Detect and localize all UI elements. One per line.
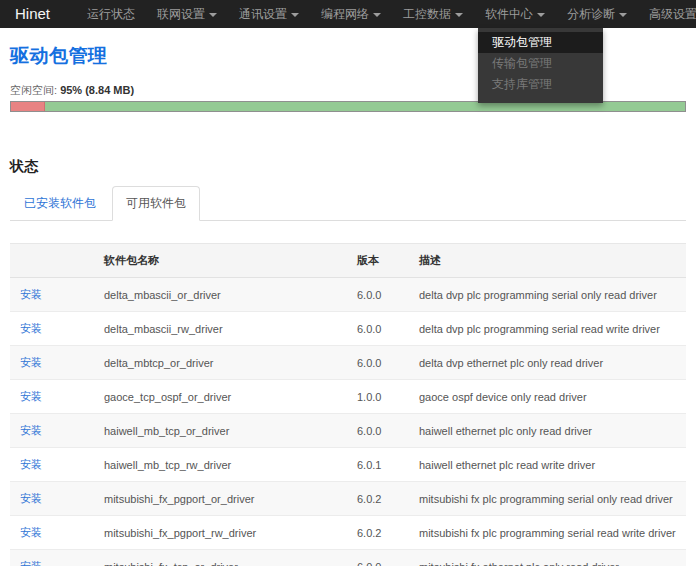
package-description-cell: haiwell ethernet plc only read driver [409,414,686,448]
package-version-cell: 1.0.0 [347,380,409,414]
caret-down-icon [291,13,299,17]
status-heading: 状态 [10,158,686,176]
package-name-cell: delta_mbascii_rw_driver [94,312,347,346]
package-version-cell: 6.0.0 [347,278,409,312]
package-version-cell: 6.0.2 [347,516,409,550]
package-description-cell: delta dvp ethernet plc only read driver [409,346,686,380]
package-name-cell: delta_mbtcp_or_driver [94,346,347,380]
package-description-cell: mitsubishi fx plc programming serial onl… [409,482,686,516]
navbar-menu-item-label: 软件中心 [485,7,533,21]
install-link[interactable]: 安装 [20,492,42,504]
package-name-cell: delta_mbascii_or_driver [94,278,347,312]
package-tab[interactable]: 已安装软件包 [10,186,110,221]
package-row: 安装 delta_mbascii_rw_driver 6.0.0 delta d… [10,312,686,346]
install-cell: 安装 [10,278,94,312]
navbar-menu-item-label: 编程网络 [321,7,369,21]
dropdown-menu-item[interactable]: 支持库管理 [478,74,603,95]
dropdown-menu-item-label: 支持库管理 [492,77,552,91]
package-version-cell: 6.0.0 [347,346,409,380]
package-name-cell: mitsubishi_fx_pgport_or_driver [94,482,347,516]
header-version: 版本 [347,244,409,278]
caret-down-icon [619,13,627,17]
caret-down-icon [373,13,381,17]
navbar-menu-item-label: 工控数据 [403,7,451,21]
navbar-menu-item[interactable]: 高级设置 [638,0,696,28]
navbar-menu-item-label: 联网设置 [157,7,205,21]
install-link[interactable]: 安装 [20,424,42,436]
package-version-cell: 6.0.0 [347,414,409,448]
caret-down-icon [455,13,463,17]
header-action [10,244,94,278]
package-tab-label: 已安装软件包 [24,196,96,210]
dropdown-menu-item-label: 驱动包管理 [492,35,552,49]
install-link[interactable]: 安装 [20,526,42,538]
package-version-cell: 6.0.1 [347,448,409,482]
package-description-cell: delta dvp plc programming serial only re… [409,278,686,312]
navbar-menu-item[interactable]: 运行状态 [76,0,146,28]
package-version-cell: 6.0.0 [347,550,409,566]
header-description: 描述 [409,244,686,278]
package-tab-label: 可用软件包 [126,196,186,210]
install-link[interactable]: 安装 [20,560,42,566]
caret-down-icon [209,13,217,17]
package-row: 安装 mitsubishi_fx_pgport_rw_driver 6.0.2 … [10,516,686,550]
package-version-cell: 6.0.0 [347,312,409,346]
free-space-value: 95% (8.84 MB) [60,84,134,96]
package-row: 安装 haiwell_mb_tcp_rw_driver 6.0.1 haiwel… [10,448,686,482]
package-row: 安装 delta_mbtcp_or_driver 6.0.0 delta dvp… [10,346,686,380]
navbar-menu-item[interactable]: 联网设置 [146,0,228,28]
package-tabs: 已安装软件包 可用软件包 [10,186,686,221]
caret-down-icon [537,13,545,17]
package-name-cell: mitsubishi_fx_tcp_or_driver [94,550,347,566]
install-cell: 安装 [10,516,94,550]
dropdown-menu-item-label: 传输包管理 [492,56,552,70]
package-name-cell: haiwell_mb_tcp_or_driver [94,414,347,448]
navbar-menu-item-label: 通讯设置 [239,7,287,21]
navbar-menu-item[interactable]: 软件中心 [474,0,556,28]
package-description-cell: gaoce ospf device only read driver [409,380,686,414]
install-cell: 安装 [10,414,94,448]
package-row: 安装 mitsubishi_fx_tcp_or_driver 6.0.0 mit… [10,550,686,566]
package-description-cell: mitsubishi fx plc programming serial rea… [409,516,686,550]
install-cell: 安装 [10,346,94,380]
package-tab[interactable]: 可用软件包 [112,186,200,221]
free-space-label-text: 空闲空间: [10,84,57,96]
navbar-menu-item[interactable]: 通讯设置 [228,0,310,28]
dropdown-menu-item[interactable]: 传输包管理 [478,53,603,74]
navbar-menu-item[interactable]: 编程网络 [310,0,392,28]
navbar-menu: 运行状态 联网设置 通讯设置 编程网络 工控数据 软件中心 分析诊断 高级设置 … [76,0,696,28]
navbar-menu-item[interactable]: 分析诊断 [556,0,638,28]
header-package-name: 软件包名称 [94,244,347,278]
progress-free-segment [45,102,685,111]
install-link[interactable]: 安装 [20,458,42,470]
table-header-row: 软件包名称 版本 描述 [10,244,686,278]
navbar-menu-item-label: 分析诊断 [567,7,615,21]
package-row: 安装 mitsubishi_fx_pgport_or_driver 6.0.2 … [10,482,686,516]
install-cell: 安装 [10,550,94,566]
software-center-dropdown: 驱动包管理 传输包管理 支持库管理 [478,28,603,103]
install-cell: 安装 [10,482,94,516]
install-cell: 安装 [10,380,94,414]
package-name-cell: gaoce_tcp_ospf_or_driver [94,380,347,414]
package-version-cell: 6.0.2 [347,482,409,516]
package-name-cell: mitsubishi_fx_pgport_rw_driver [94,516,347,550]
dropdown-menu-item[interactable]: 驱动包管理 [478,32,603,53]
install-link[interactable]: 安装 [20,322,42,334]
brand-logo[interactable]: Hinet [0,0,62,28]
navbar-menu-item[interactable]: 工控数据 [392,0,474,28]
navbar-menu-item-label: 运行状态 [87,7,135,21]
top-navbar: Hinet 运行状态 联网设置 通讯设置 编程网络 工控数据 软件中心 分析诊断… [0,0,696,28]
navbar-menu-item-label: 高级设置 [649,7,696,21]
package-description-cell: delta dvp plc programming serial read wr… [409,312,686,346]
install-link[interactable]: 安装 [20,356,42,368]
packages-table: 软件包名称 版本 描述 安装 delta_mbascii_or_driver 6… [10,243,686,566]
install-link[interactable]: 安装 [20,288,42,300]
page-content: 驱动包管理 空闲空间: 95% (8.84 MB) 状态 已安装软件包 可用软件… [0,43,696,566]
package-description-cell: mitsubishi fx ethernet plc only read dri… [409,550,686,566]
install-cell: 安装 [10,448,94,482]
install-link[interactable]: 安装 [20,390,42,402]
install-cell: 安装 [10,312,94,346]
package-description-cell: haiwell ethernet plc read write driver [409,448,686,482]
package-row: 安装 gaoce_tcp_ospf_or_driver 1.0.0 gaoce … [10,380,686,414]
package-row: 安装 haiwell_mb_tcp_or_driver 6.0.0 haiwel… [10,414,686,448]
